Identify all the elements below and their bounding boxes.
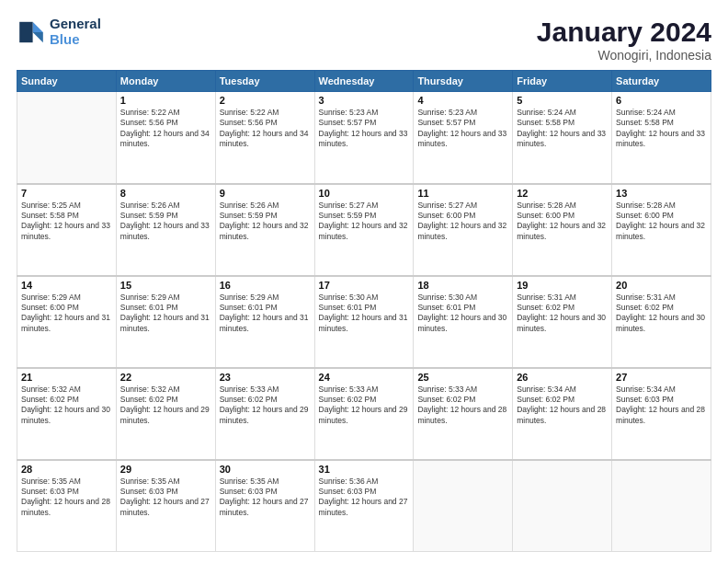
day-number: 3	[319, 95, 410, 106]
weekday-header: Tuesday	[215, 71, 314, 92]
svg-rect-2	[19, 21, 32, 41]
day-number: 10	[319, 188, 410, 199]
page: General Blue January 2024 Wonogiri, Indo…	[0, 0, 728, 563]
day-number: 8	[120, 188, 211, 199]
day-number: 26	[517, 372, 608, 383]
day-info: Sunrise: 5:33 AM Sunset: 6:02 PM Dayligh…	[319, 385, 410, 427]
calendar-cell: 2 Sunrise: 5:22 AM Sunset: 5:56 PM Dayli…	[215, 92, 314, 184]
calendar-cell: 7 Sunrise: 5:25 AM Sunset: 5:58 PM Dayli…	[17, 184, 117, 276]
calendar-cell: 25 Sunrise: 5:33 AM Sunset: 6:02 PM Dayl…	[414, 368, 513, 460]
day-info: Sunrise: 5:29 AM Sunset: 6:01 PM Dayligh…	[220, 293, 311, 335]
header: General Blue January 2024 Wonogiri, Indo…	[17, 17, 711, 63]
calendar-cell: 14 Sunrise: 5:29 AM Sunset: 6:00 PM Dayl…	[17, 276, 117, 368]
day-number: 27	[616, 372, 707, 383]
day-info: Sunrise: 5:23 AM Sunset: 5:57 PM Dayligh…	[319, 108, 410, 150]
day-info: Sunrise: 5:35 AM Sunset: 6:03 PM Dayligh…	[120, 477, 211, 519]
svg-marker-1	[33, 32, 43, 42]
day-info: Sunrise: 5:36 AM Sunset: 6:03 PM Dayligh…	[319, 477, 410, 519]
day-number: 25	[417, 372, 508, 383]
calendar-cell: 24 Sunrise: 5:33 AM Sunset: 6:02 PM Dayl…	[314, 368, 414, 460]
calendar-cell: 13 Sunrise: 5:28 AM Sunset: 6:00 PM Dayl…	[612, 184, 711, 276]
calendar-cell: 11 Sunrise: 5:27 AM Sunset: 6:00 PM Dayl…	[414, 184, 513, 276]
logo: General Blue	[17, 17, 101, 47]
day-info: Sunrise: 5:24 AM Sunset: 5:58 PM Dayligh…	[517, 108, 608, 150]
calendar-cell	[612, 460, 711, 552]
weekday-header: Friday	[513, 71, 612, 92]
day-number: 17	[319, 280, 410, 291]
calendar-cell: 23 Sunrise: 5:33 AM Sunset: 6:02 PM Dayl…	[215, 368, 314, 460]
day-number: 9	[220, 188, 311, 199]
day-info: Sunrise: 5:34 AM Sunset: 6:03 PM Dayligh…	[616, 385, 707, 427]
day-number: 21	[21, 372, 112, 383]
day-number: 22	[120, 372, 211, 383]
day-info: Sunrise: 5:34 AM Sunset: 6:02 PM Dayligh…	[517, 385, 608, 427]
day-number: 11	[417, 188, 508, 199]
day-number: 7	[21, 188, 112, 199]
calendar-cell: 28 Sunrise: 5:35 AM Sunset: 6:03 PM Dayl…	[17, 460, 117, 552]
calendar-cell: 26 Sunrise: 5:34 AM Sunset: 6:02 PM Dayl…	[513, 368, 612, 460]
day-info: Sunrise: 5:29 AM Sunset: 6:01 PM Dayligh…	[120, 293, 211, 335]
calendar-cell: 22 Sunrise: 5:32 AM Sunset: 6:02 PM Dayl…	[116, 368, 215, 460]
weekday-header: Sunday	[17, 71, 117, 92]
day-info: Sunrise: 5:32 AM Sunset: 6:02 PM Dayligh…	[120, 385, 211, 427]
day-info: Sunrise: 5:31 AM Sunset: 6:02 PM Dayligh…	[517, 293, 608, 335]
day-number: 2	[220, 95, 311, 106]
day-info: Sunrise: 5:28 AM Sunset: 6:00 PM Dayligh…	[616, 201, 707, 243]
weekday-header: Wednesday	[314, 71, 414, 92]
calendar-cell: 19 Sunrise: 5:31 AM Sunset: 6:02 PM Dayl…	[513, 276, 612, 368]
day-info: Sunrise: 5:26 AM Sunset: 5:59 PM Dayligh…	[120, 201, 211, 243]
day-number: 19	[517, 280, 608, 291]
day-info: Sunrise: 5:24 AM Sunset: 5:58 PM Dayligh…	[616, 108, 707, 150]
calendar-cell: 12 Sunrise: 5:28 AM Sunset: 6:00 PM Dayl…	[513, 184, 612, 276]
day-info: Sunrise: 5:27 AM Sunset: 6:00 PM Dayligh…	[417, 201, 508, 243]
main-title: January 2024	[537, 17, 711, 48]
day-info: Sunrise: 5:25 AM Sunset: 5:58 PM Dayligh…	[21, 201, 112, 243]
day-number: 24	[319, 372, 410, 383]
day-number: 23	[220, 372, 311, 383]
svg-marker-0	[33, 21, 43, 31]
day-number: 5	[517, 95, 608, 106]
day-number: 29	[120, 464, 211, 475]
calendar-cell: 27 Sunrise: 5:34 AM Sunset: 6:03 PM Dayl…	[612, 368, 711, 460]
day-number: 30	[220, 464, 311, 475]
day-number: 1	[120, 95, 211, 106]
day-number: 28	[21, 464, 112, 475]
day-info: Sunrise: 5:29 AM Sunset: 6:00 PM Dayligh…	[21, 293, 112, 335]
logo-line1: General	[50, 17, 101, 32]
weekday-header: Saturday	[612, 71, 711, 92]
calendar-cell	[414, 460, 513, 552]
day-number: 4	[417, 95, 508, 106]
day-info: Sunrise: 5:22 AM Sunset: 5:56 PM Dayligh…	[220, 108, 311, 150]
day-info: Sunrise: 5:33 AM Sunset: 6:02 PM Dayligh…	[417, 385, 508, 427]
day-info: Sunrise: 5:23 AM Sunset: 5:57 PM Dayligh…	[417, 108, 508, 150]
day-number: 15	[120, 280, 211, 291]
day-number: 14	[21, 280, 112, 291]
calendar-table: SundayMondayTuesdayWednesdayThursdayFrid…	[17, 70, 711, 552]
day-info: Sunrise: 5:35 AM Sunset: 6:03 PM Dayligh…	[21, 477, 112, 519]
weekday-header: Monday	[116, 71, 215, 92]
day-number: 6	[616, 95, 707, 106]
day-info: Sunrise: 5:32 AM Sunset: 6:02 PM Dayligh…	[21, 385, 112, 427]
calendar-cell: 31 Sunrise: 5:36 AM Sunset: 6:03 PM Dayl…	[314, 460, 414, 552]
day-info: Sunrise: 5:31 AM Sunset: 6:02 PM Dayligh…	[616, 293, 707, 335]
calendar-cell	[513, 460, 612, 552]
subtitle: Wonogiri, Indonesia	[537, 48, 711, 63]
calendar-cell: 20 Sunrise: 5:31 AM Sunset: 6:02 PM Dayl…	[612, 276, 711, 368]
calendar-cell: 16 Sunrise: 5:29 AM Sunset: 6:01 PM Dayl…	[215, 276, 314, 368]
day-info: Sunrise: 5:22 AM Sunset: 5:56 PM Dayligh…	[120, 108, 211, 150]
title-section: January 2024 Wonogiri, Indonesia	[537, 17, 711, 63]
day-number: 18	[417, 280, 508, 291]
day-info: Sunrise: 5:26 AM Sunset: 5:59 PM Dayligh…	[220, 201, 311, 243]
day-info: Sunrise: 5:30 AM Sunset: 6:01 PM Dayligh…	[319, 293, 410, 335]
day-info: Sunrise: 5:33 AM Sunset: 6:02 PM Dayligh…	[220, 385, 311, 427]
calendar-cell: 15 Sunrise: 5:29 AM Sunset: 6:01 PM Dayl…	[116, 276, 215, 368]
calendar-cell: 29 Sunrise: 5:35 AM Sunset: 6:03 PM Dayl…	[116, 460, 215, 552]
calendar-cell: 4 Sunrise: 5:23 AM Sunset: 5:57 PM Dayli…	[414, 92, 513, 184]
logo-line2: Blue	[50, 31, 80, 47]
calendar-cell: 9 Sunrise: 5:26 AM Sunset: 5:59 PM Dayli…	[215, 184, 314, 276]
calendar-cell	[17, 92, 117, 184]
day-number: 12	[517, 188, 608, 199]
day-number: 16	[220, 280, 311, 291]
day-number: 13	[616, 188, 707, 199]
day-number: 31	[319, 464, 410, 475]
